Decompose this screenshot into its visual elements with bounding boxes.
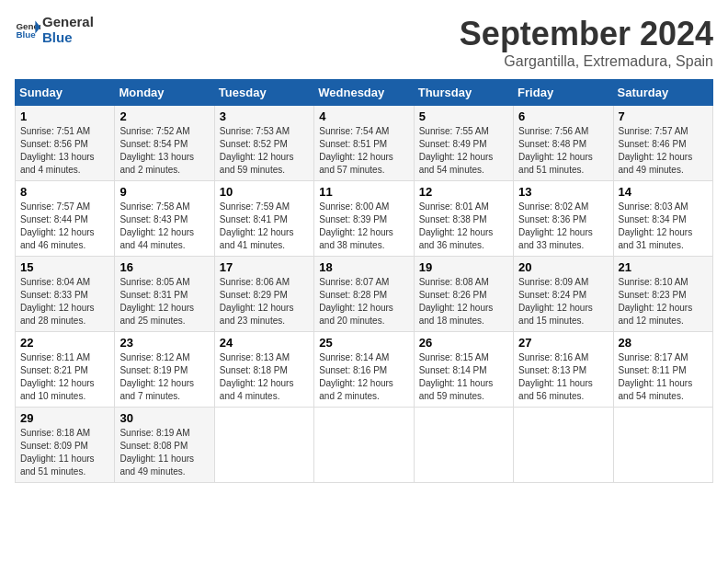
calendar-cell bbox=[214, 408, 313, 483]
calendar-cell: 23 Sunrise: 8:12 AMSunset: 8:19 PMDaylig… bbox=[115, 332, 214, 408]
calendar-cell: 28 Sunrise: 8:17 AMSunset: 8:11 PMDaylig… bbox=[613, 332, 712, 408]
calendar-table: Sunday Monday Tuesday Wednesday Thursday… bbox=[15, 79, 713, 483]
calendar-week-row: 22 Sunrise: 8:11 AMSunset: 8:21 PMDaylig… bbox=[16, 332, 713, 408]
calendar-cell: 29 Sunrise: 8:18 AMSunset: 8:09 PMDaylig… bbox=[16, 408, 115, 483]
day-info: Sunrise: 7:58 AMSunset: 8:43 PMDaylight:… bbox=[119, 201, 194, 250]
day-number: 16 bbox=[119, 260, 209, 274]
day-number: 26 bbox=[419, 336, 508, 350]
day-number: 18 bbox=[319, 260, 408, 274]
calendar-cell bbox=[613, 408, 712, 483]
day-info: Sunrise: 8:07 AMSunset: 8:28 PMDaylight:… bbox=[319, 277, 393, 326]
calendar-week-row: 8 Sunrise: 7:57 AMSunset: 8:44 PMDayligh… bbox=[16, 181, 713, 257]
day-number: 14 bbox=[619, 185, 708, 199]
calendar-cell: 9 Sunrise: 7:58 AMSunset: 8:43 PMDayligh… bbox=[115, 181, 214, 257]
day-number: 21 bbox=[619, 260, 708, 274]
calendar-cell: 5 Sunrise: 7:55 AMSunset: 8:49 PMDayligh… bbox=[414, 106, 513, 181]
day-info: Sunrise: 8:12 AMSunset: 8:19 PMDaylight:… bbox=[119, 352, 194, 401]
day-number: 19 bbox=[419, 260, 508, 274]
calendar-body: 1 Sunrise: 7:51 AMSunset: 8:56 PMDayligh… bbox=[16, 106, 713, 483]
logo-line2: Blue bbox=[42, 30, 94, 46]
day-number: 3 bbox=[220, 109, 309, 123]
location: Gargantilla, Extremadura, Spain bbox=[460, 53, 713, 70]
day-info: Sunrise: 8:10 AMSunset: 8:23 PMDaylight:… bbox=[619, 277, 693, 326]
calendar-cell: 11 Sunrise: 8:00 AMSunset: 8:39 PMDaylig… bbox=[314, 181, 414, 257]
day-info: Sunrise: 7:51 AMSunset: 8:56 PMDaylight:… bbox=[20, 126, 95, 175]
calendar-cell: 7 Sunrise: 7:57 AMSunset: 8:46 PMDayligh… bbox=[613, 106, 712, 181]
day-info: Sunrise: 8:06 AMSunset: 8:29 PMDaylight:… bbox=[220, 277, 294, 326]
calendar-cell: 3 Sunrise: 7:53 AMSunset: 8:52 PMDayligh… bbox=[214, 106, 313, 181]
calendar-cell: 21 Sunrise: 8:10 AMSunset: 8:23 PMDaylig… bbox=[613, 257, 712, 332]
logo-icon: General Blue bbox=[15, 17, 40, 43]
day-info: Sunrise: 7:53 AMSunset: 8:52 PMDaylight:… bbox=[220, 126, 294, 175]
page-header: General Blue General Blue September 2024… bbox=[15, 15, 713, 70]
day-info: Sunrise: 8:14 AMSunset: 8:16 PMDaylight:… bbox=[319, 352, 393, 401]
day-info: Sunrise: 8:17 AMSunset: 8:11 PMDaylight:… bbox=[619, 352, 693, 401]
calendar-header: Sunday Monday Tuesday Wednesday Thursday… bbox=[16, 80, 713, 106]
day-info: Sunrise: 7:52 AMSunset: 8:54 PMDaylight:… bbox=[119, 126, 194, 175]
day-number: 1 bbox=[20, 109, 109, 123]
day-number: 28 bbox=[619, 336, 708, 350]
calendar-cell: 18 Sunrise: 8:07 AMSunset: 8:28 PMDaylig… bbox=[314, 257, 414, 332]
day-number: 30 bbox=[119, 411, 209, 425]
day-info: Sunrise: 8:03 AMSunset: 8:34 PMDaylight:… bbox=[619, 201, 693, 250]
day-info: Sunrise: 7:56 AMSunset: 8:48 PMDaylight:… bbox=[518, 126, 593, 175]
title-area: September 2024 Gargantilla, Extremadura,… bbox=[460, 15, 713, 70]
calendar-cell: 22 Sunrise: 8:11 AMSunset: 8:21 PMDaylig… bbox=[16, 332, 115, 408]
col-wednesday: Wednesday bbox=[314, 80, 414, 106]
day-info: Sunrise: 8:04 AMSunset: 8:33 PMDaylight:… bbox=[20, 277, 95, 326]
calendar-cell: 30 Sunrise: 8:19 AMSunset: 8:08 PMDaylig… bbox=[115, 408, 214, 483]
calendar-cell: 10 Sunrise: 7:59 AMSunset: 8:41 PMDaylig… bbox=[214, 181, 313, 257]
day-number: 10 bbox=[220, 185, 309, 199]
col-tuesday: Tuesday bbox=[214, 80, 313, 106]
calendar-cell: 14 Sunrise: 8:03 AMSunset: 8:34 PMDaylig… bbox=[613, 181, 712, 257]
calendar-cell: 8 Sunrise: 7:57 AMSunset: 8:44 PMDayligh… bbox=[16, 181, 115, 257]
calendar-cell: 6 Sunrise: 7:56 AMSunset: 8:48 PMDayligh… bbox=[514, 106, 613, 181]
day-info: Sunrise: 7:54 AMSunset: 8:51 PMDaylight:… bbox=[319, 126, 393, 175]
calendar-cell bbox=[514, 408, 613, 483]
calendar-cell: 20 Sunrise: 8:09 AMSunset: 8:24 PMDaylig… bbox=[514, 257, 613, 332]
day-number: 23 bbox=[119, 336, 209, 350]
day-number: 7 bbox=[619, 109, 708, 123]
svg-text:Blue: Blue bbox=[16, 29, 36, 40]
col-thursday: Thursday bbox=[414, 80, 513, 106]
calendar-cell: 12 Sunrise: 8:01 AMSunset: 8:38 PMDaylig… bbox=[414, 181, 513, 257]
day-number: 29 bbox=[20, 411, 109, 425]
day-number: 15 bbox=[20, 260, 109, 274]
logo-line1: General bbox=[42, 15, 94, 30]
calendar-cell bbox=[414, 408, 513, 483]
day-number: 6 bbox=[518, 109, 608, 123]
day-number: 25 bbox=[319, 336, 408, 350]
calendar-cell: 13 Sunrise: 8:02 AMSunset: 8:36 PMDaylig… bbox=[514, 181, 613, 257]
calendar-week-row: 1 Sunrise: 7:51 AMSunset: 8:56 PMDayligh… bbox=[16, 106, 713, 181]
calendar-cell: 1 Sunrise: 7:51 AMSunset: 8:56 PMDayligh… bbox=[16, 106, 115, 181]
calendar-cell: 26 Sunrise: 8:15 AMSunset: 8:14 PMDaylig… bbox=[414, 332, 513, 408]
month-title: September 2024 bbox=[460, 15, 713, 53]
day-info: Sunrise: 8:01 AMSunset: 8:38 PMDaylight:… bbox=[419, 201, 494, 250]
day-info: Sunrise: 8:02 AMSunset: 8:36 PMDaylight:… bbox=[518, 201, 593, 250]
day-info: Sunrise: 7:57 AMSunset: 8:46 PMDaylight:… bbox=[619, 126, 693, 175]
day-number: 22 bbox=[20, 336, 109, 350]
day-number: 20 bbox=[518, 260, 608, 274]
day-number: 5 bbox=[419, 109, 508, 123]
day-number: 2 bbox=[119, 109, 209, 123]
calendar-cell: 2 Sunrise: 7:52 AMSunset: 8:54 PMDayligh… bbox=[115, 106, 214, 181]
day-number: 24 bbox=[220, 336, 309, 350]
day-number: 17 bbox=[220, 260, 309, 274]
day-number: 13 bbox=[518, 185, 608, 199]
day-info: Sunrise: 7:59 AMSunset: 8:41 PMDaylight:… bbox=[220, 201, 294, 250]
day-info: Sunrise: 8:05 AMSunset: 8:31 PMDaylight:… bbox=[119, 277, 194, 326]
calendar-cell bbox=[314, 408, 414, 483]
day-info: Sunrise: 8:13 AMSunset: 8:18 PMDaylight:… bbox=[220, 352, 294, 401]
day-info: Sunrise: 8:11 AMSunset: 8:21 PMDaylight:… bbox=[20, 352, 95, 401]
calendar-cell: 16 Sunrise: 8:05 AMSunset: 8:31 PMDaylig… bbox=[115, 257, 214, 332]
day-info: Sunrise: 8:15 AMSunset: 8:14 PMDaylight:… bbox=[419, 352, 494, 401]
day-info: Sunrise: 8:09 AMSunset: 8:24 PMDaylight:… bbox=[518, 277, 593, 326]
day-number: 27 bbox=[518, 336, 608, 350]
calendar-cell: 19 Sunrise: 8:08 AMSunset: 8:26 PMDaylig… bbox=[414, 257, 513, 332]
day-info: Sunrise: 7:57 AMSunset: 8:44 PMDaylight:… bbox=[20, 201, 95, 250]
day-info: Sunrise: 7:55 AMSunset: 8:49 PMDaylight:… bbox=[419, 126, 494, 175]
calendar-week-row: 29 Sunrise: 8:18 AMSunset: 8:09 PMDaylig… bbox=[16, 408, 713, 483]
calendar-cell: 17 Sunrise: 8:06 AMSunset: 8:29 PMDaylig… bbox=[214, 257, 313, 332]
day-info: Sunrise: 8:08 AMSunset: 8:26 PMDaylight:… bbox=[419, 277, 494, 326]
calendar-cell: 15 Sunrise: 8:04 AMSunset: 8:33 PMDaylig… bbox=[16, 257, 115, 332]
